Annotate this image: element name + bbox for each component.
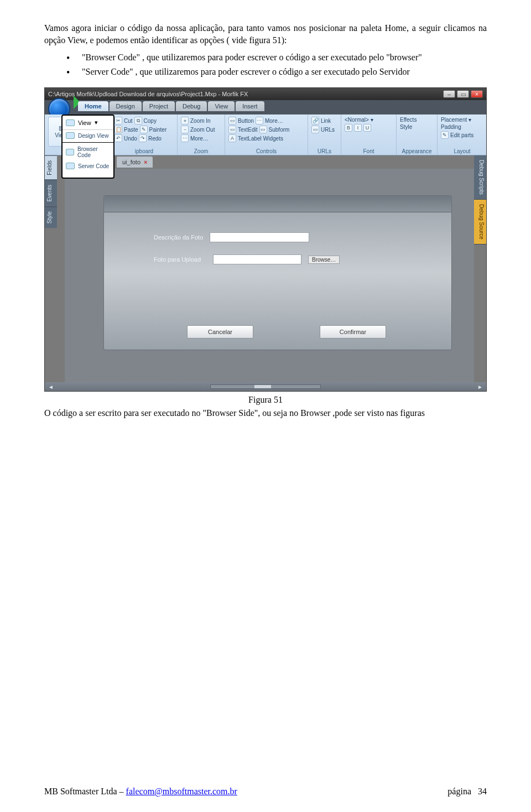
browse-button[interactable]: Browse… <box>308 256 340 264</box>
urls-button[interactable]: ▭URLs <box>311 126 337 133</box>
copy-icon: ⧉ <box>134 117 142 124</box>
browsercode-icon <box>66 149 74 155</box>
design-canvas: Descrição da Foto Foto para Upload Brows… <box>65 169 474 382</box>
zoomin-icon: ＋ <box>181 117 189 124</box>
view-panel-head[interactable]: View ▾ <box>63 116 113 130</box>
link-button[interactable]: 🔗Link <box>311 117 337 124</box>
sidetab-debug-scripts[interactable]: Debug Scripts <box>474 155 486 200</box>
page-footer: MB Softmaster Ltda – falecom@mbsoftmaste… <box>44 787 487 797</box>
underline-button[interactable]: U <box>363 124 371 132</box>
separator <box>63 142 113 143</box>
more-icon: ⋯ <box>256 117 263 124</box>
label-foto: Foto para Upload <box>154 256 201 263</box>
editparts-icon: ✎ <box>441 131 449 139</box>
tab-debug[interactable]: Debug <box>176 101 207 111</box>
undo-button[interactable]: ↶Undo↷Redo <box>114 134 174 142</box>
minimize-button[interactable]: – <box>443 90 455 98</box>
tab-design[interactable]: Design <box>110 101 142 111</box>
font-name[interactable]: <Normal> ▾ <box>345 117 393 123</box>
effects-button[interactable]: Effects <box>400 117 434 123</box>
servercode-icon <box>66 163 75 169</box>
view-icon <box>66 119 75 126</box>
maximize-button[interactable]: ▭ <box>457 90 469 98</box>
group-appearance: Appearance <box>397 148 437 154</box>
painter-icon: ✎ <box>140 126 148 133</box>
link-icon: 🔗 <box>311 117 319 124</box>
form-header <box>104 196 451 212</box>
scroll-left-icon[interactable]: ◄ <box>48 384 54 390</box>
sidetab-debug-source[interactable]: Debug Source <box>474 200 486 244</box>
group-font: Font <box>341 148 396 154</box>
sidetab-events[interactable]: Events <box>45 180 57 206</box>
undo-icon: ↶ <box>114 134 122 142</box>
scroll-right-icon[interactable]: ► <box>477 384 483 390</box>
editparts-button[interactable]: ✎Edit parts <box>441 131 483 139</box>
group-layout: Layout <box>438 148 487 154</box>
ctrl-textlabel[interactable]: TextLabel <box>238 136 262 142</box>
footer-company: MB Softmaster Ltda – <box>44 787 126 796</box>
label-descricao: Descrição da Foto <box>154 234 203 241</box>
footer-email-link[interactable]: falecom@mbsoftmaster.com.br <box>126 787 237 796</box>
zoommore-button[interactable]: ⋯More… <box>181 134 221 142</box>
tab-project[interactable]: Project <box>143 101 175 111</box>
ctrl-widgets[interactable]: Widgets <box>263 136 283 142</box>
tab-insert[interactable]: Insert <box>236 101 264 111</box>
window-titlebar: C:\Artigos Morfik\Updload Download de ar… <box>45 88 486 100</box>
right-side-tabs: Debug Scripts Debug Source <box>474 155 486 382</box>
browsercode-item[interactable]: Browser Code <box>63 144 113 160</box>
figure-caption: Figura 51 <box>44 395 487 405</box>
ctrl-more[interactable]: More… <box>265 118 283 124</box>
ctrl-textedit[interactable]: TextEdit <box>238 127 258 133</box>
padding-button[interactable]: Padding <box>441 124 483 130</box>
after-figure-paragraph: O código a ser escrito para ser executad… <box>44 407 487 419</box>
close-icon[interactable]: × <box>144 159 147 165</box>
zoomin-button[interactable]: ＋Zoom In <box>181 117 221 124</box>
ctrl-button[interactable]: Button <box>238 118 254 124</box>
paste-button[interactable]: 📋Paste✎Painter <box>114 126 174 133</box>
horizontal-scrollbar[interactable] <box>210 384 321 389</box>
group-zoom: Zoom <box>178 148 225 154</box>
group-controls: Controls <box>225 148 308 154</box>
close-button[interactable]: × <box>471 90 483 98</box>
input-foto[interactable] <box>213 254 301 264</box>
cancel-button[interactable]: Cancelar <box>187 325 253 339</box>
redo-icon: ↷ <box>139 134 147 142</box>
screenshot-morfik-ide: C:\Artigos Morfik\Updload Download de ar… <box>44 87 487 392</box>
status-bar: ◄ ► <box>45 382 486 391</box>
cut-icon: ✂ <box>114 117 122 124</box>
button-icon: ▭ <box>228 117 236 124</box>
footer-page-label: página <box>447 787 471 796</box>
sidetab-fields[interactable]: Fields <box>45 155 57 180</box>
paste-icon: 📋 <box>114 126 122 133</box>
style-button[interactable]: Style <box>400 124 434 130</box>
tab-view[interactable]: View <box>208 101 235 111</box>
more-icon: ⋯ <box>181 134 189 142</box>
placement-button[interactable]: Placement ▾ <box>441 117 483 123</box>
zoomout-icon: － <box>181 126 189 133</box>
group-urls: URLs <box>308 148 341 154</box>
group-clipboard: ipboard <box>111 148 177 154</box>
designview-icon <box>66 132 75 139</box>
sidetab-style[interactable]: Style <box>45 206 57 228</box>
input-descricao[interactable] <box>210 232 309 242</box>
cut-button[interactable]: ✂Cut⧉Copy <box>114 117 174 124</box>
tab-home[interactable]: Home <box>78 101 108 111</box>
bold-button[interactable]: B <box>345 124 352 132</box>
textedit-icon: ▭ <box>228 126 236 133</box>
zoomout-button[interactable]: －Zoom Out <box>181 126 221 133</box>
ctrl-subform[interactable]: Subform <box>269 127 290 133</box>
confirm-button[interactable]: Confirmar <box>320 325 386 339</box>
designview-item[interactable]: Design View <box>63 130 113 141</box>
urls-icon: ▭ <box>311 126 319 133</box>
bullet-item-server: "Server Code" , que utilizaremos para po… <box>66 66 487 78</box>
servercode-item[interactable]: Server Code <box>63 160 113 171</box>
textlabel-icon: A <box>228 134 236 142</box>
left-side-tabs: Fields Events Style <box>45 155 57 382</box>
view-dropdown-panel: View ▾ Design View Browser Code Server C… <box>61 114 114 179</box>
document-tab[interactable]: ui_foto × <box>117 157 153 168</box>
italic-button[interactable]: I <box>354 124 362 132</box>
tab-row: Home Design Project Debug View Insert <box>45 100 486 114</box>
intro-paragraph: Vamos agora iniciar o código da nossa ap… <box>44 22 487 46</box>
bullet-list: "Browser Code" , que utilizaremos para p… <box>66 51 487 77</box>
bullet-item-browser: "Browser Code" , que utilizaremos para p… <box>66 51 487 64</box>
